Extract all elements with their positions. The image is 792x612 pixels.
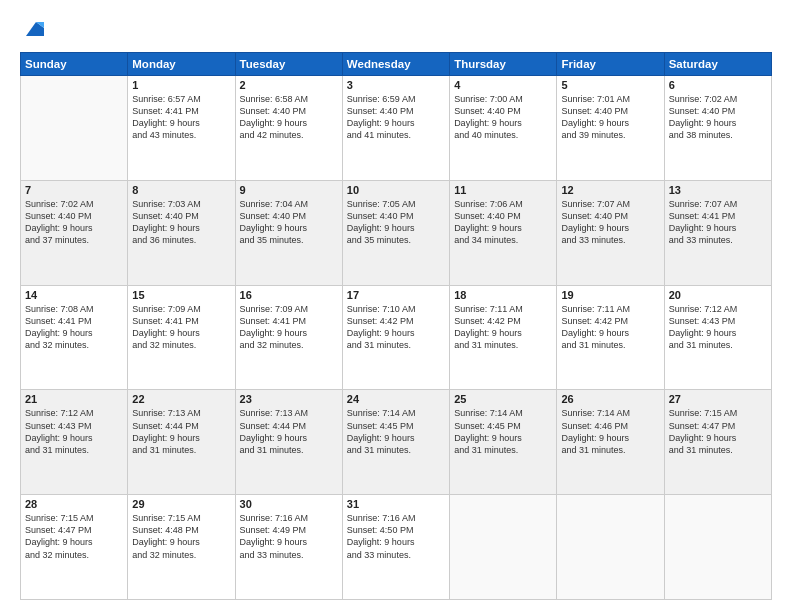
calendar-cell: 15Sunrise: 7:09 AM Sunset: 4:41 PM Dayli… (128, 285, 235, 390)
logo (20, 18, 44, 42)
logo-icon (22, 18, 44, 40)
calendar-cell: 5Sunrise: 7:01 AM Sunset: 4:40 PM Daylig… (557, 76, 664, 181)
calendar-cell (21, 76, 128, 181)
calendar-cell (664, 495, 771, 600)
day-number: 6 (669, 79, 767, 91)
day-number: 4 (454, 79, 552, 91)
day-number: 22 (132, 393, 230, 405)
day-info: Sunrise: 7:16 AM Sunset: 4:49 PM Dayligh… (240, 512, 338, 561)
calendar-header-tuesday: Tuesday (235, 53, 342, 76)
calendar-cell: 28Sunrise: 7:15 AM Sunset: 4:47 PM Dayli… (21, 495, 128, 600)
calendar-cell: 24Sunrise: 7:14 AM Sunset: 4:45 PM Dayli… (342, 390, 449, 495)
day-number: 16 (240, 289, 338, 301)
day-number: 9 (240, 184, 338, 196)
day-number: 20 (669, 289, 767, 301)
day-info: Sunrise: 7:13 AM Sunset: 4:44 PM Dayligh… (240, 407, 338, 456)
calendar-header-sunday: Sunday (21, 53, 128, 76)
day-number: 23 (240, 393, 338, 405)
day-info: Sunrise: 7:06 AM Sunset: 4:40 PM Dayligh… (454, 198, 552, 247)
calendar-header-wednesday: Wednesday (342, 53, 449, 76)
day-number: 3 (347, 79, 445, 91)
calendar-cell: 11Sunrise: 7:06 AM Sunset: 4:40 PM Dayli… (450, 180, 557, 285)
calendar-header-saturday: Saturday (664, 53, 771, 76)
calendar-week-2: 7Sunrise: 7:02 AM Sunset: 4:40 PM Daylig… (21, 180, 772, 285)
calendar-cell: 14Sunrise: 7:08 AM Sunset: 4:41 PM Dayli… (21, 285, 128, 390)
header (20, 18, 772, 42)
day-number: 10 (347, 184, 445, 196)
calendar-cell (557, 495, 664, 600)
day-info: Sunrise: 7:11 AM Sunset: 4:42 PM Dayligh… (561, 303, 659, 352)
day-number: 7 (25, 184, 123, 196)
calendar-cell: 25Sunrise: 7:14 AM Sunset: 4:45 PM Dayli… (450, 390, 557, 495)
calendar-cell: 30Sunrise: 7:16 AM Sunset: 4:49 PM Dayli… (235, 495, 342, 600)
calendar-week-4: 21Sunrise: 7:12 AM Sunset: 4:43 PM Dayli… (21, 390, 772, 495)
calendar-table: SundayMondayTuesdayWednesdayThursdayFrid… (20, 52, 772, 600)
day-info: Sunrise: 7:14 AM Sunset: 4:45 PM Dayligh… (347, 407, 445, 456)
day-info: Sunrise: 7:09 AM Sunset: 4:41 PM Dayligh… (240, 303, 338, 352)
day-info: Sunrise: 6:59 AM Sunset: 4:40 PM Dayligh… (347, 93, 445, 142)
calendar-cell: 8Sunrise: 7:03 AM Sunset: 4:40 PM Daylig… (128, 180, 235, 285)
day-number: 21 (25, 393, 123, 405)
day-info: Sunrise: 7:09 AM Sunset: 4:41 PM Dayligh… (132, 303, 230, 352)
calendar-header-thursday: Thursday (450, 53, 557, 76)
day-number: 8 (132, 184, 230, 196)
day-info: Sunrise: 7:07 AM Sunset: 4:41 PM Dayligh… (669, 198, 767, 247)
calendar-cell: 3Sunrise: 6:59 AM Sunset: 4:40 PM Daylig… (342, 76, 449, 181)
calendar-cell: 13Sunrise: 7:07 AM Sunset: 4:41 PM Dayli… (664, 180, 771, 285)
calendar-cell: 10Sunrise: 7:05 AM Sunset: 4:40 PM Dayli… (342, 180, 449, 285)
calendar-cell: 22Sunrise: 7:13 AM Sunset: 4:44 PM Dayli… (128, 390, 235, 495)
day-info: Sunrise: 7:03 AM Sunset: 4:40 PM Dayligh… (132, 198, 230, 247)
calendar-header-friday: Friday (557, 53, 664, 76)
day-number: 26 (561, 393, 659, 405)
day-info: Sunrise: 7:02 AM Sunset: 4:40 PM Dayligh… (669, 93, 767, 142)
calendar-cell: 20Sunrise: 7:12 AM Sunset: 4:43 PM Dayli… (664, 285, 771, 390)
day-number: 30 (240, 498, 338, 510)
calendar-cell: 18Sunrise: 7:11 AM Sunset: 4:42 PM Dayli… (450, 285, 557, 390)
day-info: Sunrise: 7:07 AM Sunset: 4:40 PM Dayligh… (561, 198, 659, 247)
calendar-cell: 31Sunrise: 7:16 AM Sunset: 4:50 PM Dayli… (342, 495, 449, 600)
calendar-cell: 6Sunrise: 7:02 AM Sunset: 4:40 PM Daylig… (664, 76, 771, 181)
day-info: Sunrise: 7:08 AM Sunset: 4:41 PM Dayligh… (25, 303, 123, 352)
calendar-cell: 7Sunrise: 7:02 AM Sunset: 4:40 PM Daylig… (21, 180, 128, 285)
day-number: 14 (25, 289, 123, 301)
day-number: 19 (561, 289, 659, 301)
day-info: Sunrise: 7:16 AM Sunset: 4:50 PM Dayligh… (347, 512, 445, 561)
calendar-cell: 1Sunrise: 6:57 AM Sunset: 4:41 PM Daylig… (128, 76, 235, 181)
calendar-cell: 17Sunrise: 7:10 AM Sunset: 4:42 PM Dayli… (342, 285, 449, 390)
day-info: Sunrise: 7:00 AM Sunset: 4:40 PM Dayligh… (454, 93, 552, 142)
day-info: Sunrise: 7:04 AM Sunset: 4:40 PM Dayligh… (240, 198, 338, 247)
day-number: 25 (454, 393, 552, 405)
calendar-cell: 16Sunrise: 7:09 AM Sunset: 4:41 PM Dayli… (235, 285, 342, 390)
day-info: Sunrise: 7:15 AM Sunset: 4:48 PM Dayligh… (132, 512, 230, 561)
calendar-cell: 23Sunrise: 7:13 AM Sunset: 4:44 PM Dayli… (235, 390, 342, 495)
calendar-cell: 19Sunrise: 7:11 AM Sunset: 4:42 PM Dayli… (557, 285, 664, 390)
day-number: 2 (240, 79, 338, 91)
calendar-cell: 26Sunrise: 7:14 AM Sunset: 4:46 PM Dayli… (557, 390, 664, 495)
day-number: 28 (25, 498, 123, 510)
day-info: Sunrise: 6:58 AM Sunset: 4:40 PM Dayligh… (240, 93, 338, 142)
day-number: 18 (454, 289, 552, 301)
day-info: Sunrise: 7:14 AM Sunset: 4:45 PM Dayligh… (454, 407, 552, 456)
day-number: 11 (454, 184, 552, 196)
day-number: 1 (132, 79, 230, 91)
day-info: Sunrise: 7:14 AM Sunset: 4:46 PM Dayligh… (561, 407, 659, 456)
calendar-header-row: SundayMondayTuesdayWednesdayThursdayFrid… (21, 53, 772, 76)
day-info: Sunrise: 7:02 AM Sunset: 4:40 PM Dayligh… (25, 198, 123, 247)
calendar-cell: 29Sunrise: 7:15 AM Sunset: 4:48 PM Dayli… (128, 495, 235, 600)
day-number: 12 (561, 184, 659, 196)
calendar-cell: 21Sunrise: 7:12 AM Sunset: 4:43 PM Dayli… (21, 390, 128, 495)
day-number: 31 (347, 498, 445, 510)
calendar-cell: 2Sunrise: 6:58 AM Sunset: 4:40 PM Daylig… (235, 76, 342, 181)
day-number: 17 (347, 289, 445, 301)
calendar-cell: 4Sunrise: 7:00 AM Sunset: 4:40 PM Daylig… (450, 76, 557, 181)
day-info: Sunrise: 6:57 AM Sunset: 4:41 PM Dayligh… (132, 93, 230, 142)
calendar-week-5: 28Sunrise: 7:15 AM Sunset: 4:47 PM Dayli… (21, 495, 772, 600)
calendar-header-monday: Monday (128, 53, 235, 76)
calendar-cell: 12Sunrise: 7:07 AM Sunset: 4:40 PM Dayli… (557, 180, 664, 285)
day-number: 29 (132, 498, 230, 510)
day-info: Sunrise: 7:01 AM Sunset: 4:40 PM Dayligh… (561, 93, 659, 142)
day-info: Sunrise: 7:13 AM Sunset: 4:44 PM Dayligh… (132, 407, 230, 456)
calendar-cell (450, 495, 557, 600)
day-info: Sunrise: 7:12 AM Sunset: 4:43 PM Dayligh… (669, 303, 767, 352)
day-number: 5 (561, 79, 659, 91)
